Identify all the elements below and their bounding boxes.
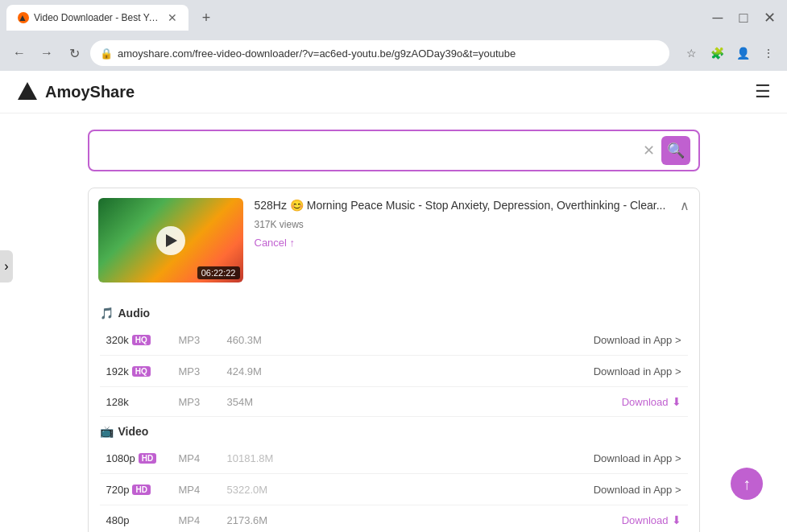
download-button-2[interactable]: Download ⬇ [622,513,681,526]
forward-button[interactable]: → [35,42,58,64]
minimize-button[interactable]: ─ [706,6,729,29]
audio-row-1: 320k HQ MP3 460.3M Download in App > [100,324,688,356]
video-views: 317K views [255,219,690,230]
audio-quality-1: 320k HQ [106,334,179,346]
audio-format-1: MP3 [179,334,227,346]
result-card: 06:22:22 528Hz 😊 Morning Peace Music - S… [88,188,700,532]
duration-badge: 06:22:22 [197,266,240,279]
profile-icon[interactable]: 👤 [732,43,753,64]
hd-badge-2: HD [132,485,150,495]
download-in-app-link-1[interactable]: Download in App > [594,334,681,346]
video-format-1: MP4 [179,452,227,464]
video-quality-2: 720p HD [106,484,179,496]
search-icon: 🔍 [667,142,685,159]
bookmark-icon[interactable]: ☆ [681,43,702,64]
download-in-app-link-2[interactable]: Download in App > [594,365,681,377]
topbar: AmoyShare ☰ [0,71,787,113]
play-button[interactable] [156,226,185,255]
audio-action-1: Download in App > [594,332,681,347]
download-in-app-link-4[interactable]: Download in App > [594,484,681,496]
download-arrow-icon-1: ⬇ [672,395,681,408]
audio-format-3: MP3 [179,396,227,408]
back-button[interactable]: ← [8,42,31,64]
title-bar: ▲ Video Downloader - Best YouTub... ✕ + … [0,0,787,35]
address-bar[interactable]: 🔒 amoyshare.com/free-video-downloader/?v… [90,40,669,66]
audio-format-2: MP3 [179,365,227,377]
main-content: https://youtu.be/g9zAODay39o ✕ 🔍 06:22:2… [72,113,716,532]
download-arrow-icon-2: ⬇ [672,513,681,526]
collapse-button[interactable]: ∧ [680,198,690,213]
tab-title: Video Downloader - Best YouTub... [34,12,163,23]
video-size-2: 5322.0M [227,484,308,496]
logo-text: AmoyShare [45,83,135,101]
video-size-1: 10181.8M [227,452,308,464]
download-button-1[interactable]: Download ⬇ [622,395,681,408]
audio-action-3: Download ⬇ [622,395,681,408]
scroll-top-button[interactable]: ↑ [731,468,763,500]
video-quality-1: 1080p HD [106,452,179,464]
download-in-app-link-3[interactable]: Download in App > [594,452,681,464]
video-section-label: 📺 Video [100,425,688,438]
url-input[interactable]: https://youtu.be/g9zAODay39o [97,144,643,157]
play-icon [166,234,177,247]
cancel-button[interactable]: Cancel ↑ [255,237,296,249]
hq-badge-2: HQ [132,366,151,377]
video-row-2: 720p HD MP4 5322.0M Download in App > [100,474,688,505]
audio-quality-2: 192k HQ [106,365,179,377]
video-info: 528Hz 😊 Morning Peace Music - Stop Anxie… [255,198,690,249]
video-format-2: MP4 [179,484,227,496]
audio-section-label: 🎵 Audio [100,307,688,320]
logo-svg [16,80,39,103]
lock-icon: 🔒 [100,47,113,60]
address-bar-row: ← → ↻ 🔒 amoyshare.com/free-video-downloa… [0,35,787,71]
svg-marker-0 [18,82,37,100]
video-row-3: 480p MP4 2173.6M Download ⬇ [100,505,688,532]
reload-button[interactable]: ↻ [63,42,85,64]
menu-icon[interactable]: ⋮ [758,43,779,64]
video-action-3: Download ⬇ [622,513,681,526]
search-box: https://youtu.be/g9zAODay39o ✕ 🔍 [88,130,700,171]
active-tab[interactable]: ▲ Video Downloader - Best YouTub... ✕ [6,5,188,31]
audio-row-2: 192k HQ MP3 424.9M Download in App > [100,356,688,387]
page-content: AmoyShare ☰ https://youtu.be/g9zAODay39o… [0,71,787,532]
hd-badge-1: HD [139,453,156,464]
audio-size-3: 354M [227,396,308,408]
sidebar-toggle[interactable]: › [0,250,13,282]
maximize-button[interactable]: □ [732,6,755,29]
video-quality-3: 480p [106,514,179,526]
new-tab-button[interactable]: + [195,6,217,29]
logo-icon [16,80,39,103]
video-title: 528Hz 😊 Morning Peace Music - Stop Anxie… [255,198,690,214]
audio-row-3: 128k MP3 354M Download ⬇ [100,387,688,417]
hq-badge-1: HQ [132,335,151,345]
browser-chrome: ▲ Video Downloader - Best YouTub... ✕ + … [0,0,787,71]
result-header: 06:22:22 528Hz 😊 Morning Peace Music - S… [89,188,699,292]
video-size-3: 2173.6M [227,514,308,526]
tab-close-icon[interactable]: ✕ [168,11,177,24]
video-action-2: Download in App > [594,482,681,497]
download-options: 🎵 Audio 320k HQ MP3 460.3M Download in A… [89,292,699,532]
address-bar-actions: ☆ 🧩 👤 ⋮ [681,43,779,64]
extensions-icon[interactable]: 🧩 [706,43,727,64]
video-format-3: MP4 [179,514,227,526]
audio-icon: 🎵 [100,307,114,320]
logo[interactable]: AmoyShare [16,80,135,103]
hamburger-menu[interactable]: ☰ [755,81,771,102]
video-thumbnail[interactable]: 06:22:22 [98,198,243,282]
video-action-1: Download in App > [594,451,681,465]
tab-favicon: ▲ [18,12,29,23]
close-button[interactable]: ✕ [758,6,781,29]
clear-icon[interactable]: ✕ [643,142,655,159]
audio-quality-3: 128k [106,396,179,408]
search-button[interactable]: 🔍 [661,136,690,165]
audio-action-2: Download in App > [594,364,681,378]
video-row-1: 1080p HD MP4 10181.8M Download in App > [100,443,688,474]
window-controls: ─ □ ✕ [706,6,781,29]
audio-size-1: 460.3M [227,334,308,346]
audio-size-2: 424.9M [227,365,308,377]
address-text: amoyshare.com/free-video-downloader/?v=a… [118,47,660,60]
video-icon: 📺 [100,425,114,438]
